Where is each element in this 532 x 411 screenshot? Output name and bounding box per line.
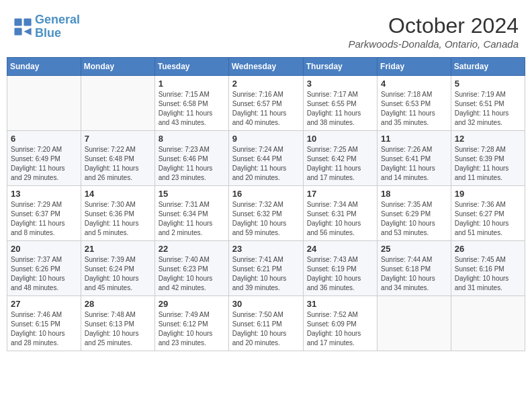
calendar-week-5: 27Sunrise: 7:46 AM Sunset: 6:15 PM Dayli… (7, 296, 525, 351)
svg-rect-0 (14, 18, 21, 26)
day-content: Sunrise: 7:52 AM Sunset: 6:09 PM Dayligh… (307, 310, 373, 348)
day-content: Sunrise: 7:37 AM Sunset: 6:26 PM Dayligh… (11, 255, 77, 293)
calendar-cell: 9Sunrise: 7:24 AM Sunset: 6:44 PM Daylig… (228, 131, 303, 186)
day-number: 25 (381, 244, 447, 254)
day-number: 20 (11, 244, 77, 254)
day-content: Sunrise: 7:49 AM Sunset: 6:12 PM Dayligh… (159, 310, 225, 348)
day-number: 1 (159, 79, 225, 89)
calendar-cell: 28Sunrise: 7:48 AM Sunset: 6:13 PM Dayli… (81, 296, 154, 351)
calendar-cell: 14Sunrise: 7:30 AM Sunset: 6:36 PM Dayli… (81, 186, 154, 241)
day-content: Sunrise: 7:48 AM Sunset: 6:13 PM Dayligh… (85, 310, 151, 348)
day-content: Sunrise: 7:17 AM Sunset: 6:55 PM Dayligh… (307, 90, 373, 128)
col-monday: Monday (81, 58, 154, 76)
month-title: October 2024 (349, 13, 519, 38)
day-number: 15 (159, 189, 225, 199)
calendar-cell: 6Sunrise: 7:20 AM Sunset: 6:49 PM Daylig… (7, 131, 81, 186)
calendar-cell: 4Sunrise: 7:18 AM Sunset: 6:53 PM Daylig… (378, 76, 451, 131)
day-number: 14 (85, 189, 151, 199)
day-number: 7 (85, 134, 151, 144)
page-header: General Blue October 2024 Parkwoods-Dona… (7, 7, 525, 53)
col-thursday: Thursday (303, 58, 377, 76)
day-content: Sunrise: 7:24 AM Sunset: 6:44 PM Dayligh… (232, 145, 300, 183)
day-content: Sunrise: 7:26 AM Sunset: 6:41 PM Dayligh… (381, 145, 447, 183)
calendar-cell: 29Sunrise: 7:49 AM Sunset: 6:12 PM Dayli… (154, 296, 228, 351)
day-number: 2 (232, 79, 300, 89)
calendar-cell: 24Sunrise: 7:43 AM Sunset: 6:19 PM Dayli… (303, 241, 377, 296)
calendar-cell: 26Sunrise: 7:45 AM Sunset: 6:16 PM Dayli… (451, 241, 525, 296)
calendar-week-3: 13Sunrise: 7:29 AM Sunset: 6:37 PM Dayli… (7, 186, 525, 241)
day-number: 3 (307, 79, 373, 89)
day-number: 5 (455, 79, 521, 89)
location-title: Parkwoods-Donalda, Ontario, Canada (349, 38, 519, 50)
day-number: 24 (307, 244, 373, 254)
calendar-cell: 5Sunrise: 7:19 AM Sunset: 6:51 PM Daylig… (451, 76, 525, 131)
calendar-week-2: 6Sunrise: 7:20 AM Sunset: 6:49 PM Daylig… (7, 131, 525, 186)
day-number: 22 (159, 244, 225, 254)
calendar-cell: 15Sunrise: 7:31 AM Sunset: 6:34 PM Dayli… (154, 186, 228, 241)
calendar-cell: 1Sunrise: 7:15 AM Sunset: 6:58 PM Daylig… (154, 76, 228, 131)
day-number: 13 (11, 189, 77, 199)
day-number: 23 (232, 244, 300, 254)
col-friday: Friday (378, 58, 451, 76)
day-content: Sunrise: 7:29 AM Sunset: 6:37 PM Dayligh… (11, 200, 77, 238)
svg-marker-3 (24, 28, 31, 35)
calendar-cell: 10Sunrise: 7:25 AM Sunset: 6:42 PM Dayli… (303, 131, 377, 186)
calendar-cell (378, 296, 451, 351)
day-content: Sunrise: 7:19 AM Sunset: 6:51 PM Dayligh… (455, 90, 521, 128)
day-number: 18 (381, 189, 447, 199)
day-number: 17 (307, 189, 373, 199)
calendar-cell: 3Sunrise: 7:17 AM Sunset: 6:55 PM Daylig… (303, 76, 377, 131)
calendar-cell: 18Sunrise: 7:35 AM Sunset: 6:29 PM Dayli… (378, 186, 451, 241)
day-number: 21 (85, 244, 151, 254)
day-content: Sunrise: 7:28 AM Sunset: 6:39 PM Dayligh… (455, 145, 521, 183)
col-sunday: Sunday (7, 58, 81, 76)
calendar-cell: 2Sunrise: 7:16 AM Sunset: 6:57 PM Daylig… (228, 76, 303, 131)
day-content: Sunrise: 7:30 AM Sunset: 6:36 PM Dayligh… (85, 200, 151, 238)
title-block: October 2024 Parkwoods-Donalda, Ontario,… (349, 13, 519, 50)
calendar-cell: 11Sunrise: 7:26 AM Sunset: 6:41 PM Dayli… (378, 131, 451, 186)
calendar-cell (81, 76, 154, 131)
day-content: Sunrise: 7:41 AM Sunset: 6:21 PM Dayligh… (232, 255, 300, 293)
header-row: Sunday Monday Tuesday Wednesday Thursday… (7, 58, 525, 76)
calendar-cell: 12Sunrise: 7:28 AM Sunset: 6:39 PM Dayli… (451, 131, 525, 186)
day-content: Sunrise: 7:46 AM Sunset: 6:15 PM Dayligh… (11, 310, 77, 348)
day-number: 26 (455, 244, 521, 254)
day-number: 10 (307, 134, 373, 144)
calendar-cell (451, 296, 525, 351)
svg-rect-2 (14, 28, 21, 35)
day-content: Sunrise: 7:15 AM Sunset: 6:58 PM Dayligh… (159, 90, 225, 128)
day-number: 31 (307, 299, 373, 309)
day-content: Sunrise: 7:20 AM Sunset: 6:49 PM Dayligh… (11, 145, 77, 183)
calendar-cell: 13Sunrise: 7:29 AM Sunset: 6:37 PM Dayli… (7, 186, 81, 241)
calendar-cell: 20Sunrise: 7:37 AM Sunset: 6:26 PM Dayli… (7, 241, 81, 296)
day-number: 11 (381, 134, 447, 144)
day-content: Sunrise: 7:32 AM Sunset: 6:32 PM Dayligh… (232, 200, 300, 238)
day-number: 29 (159, 299, 225, 309)
calendar-cell: 17Sunrise: 7:34 AM Sunset: 6:31 PM Dayli… (303, 186, 377, 241)
day-content: Sunrise: 7:39 AM Sunset: 6:24 PM Dayligh… (85, 255, 151, 293)
calendar-cell: 8Sunrise: 7:23 AM Sunset: 6:46 PM Daylig… (154, 131, 228, 186)
day-content: Sunrise: 7:31 AM Sunset: 6:34 PM Dayligh… (159, 200, 225, 238)
calendar-cell: 30Sunrise: 7:50 AM Sunset: 6:11 PM Dayli… (228, 296, 303, 351)
day-content: Sunrise: 7:36 AM Sunset: 6:27 PM Dayligh… (455, 200, 521, 238)
logo-icon (13, 17, 32, 36)
calendar-cell (7, 76, 81, 131)
calendar-cell: 7Sunrise: 7:22 AM Sunset: 6:48 PM Daylig… (81, 131, 154, 186)
day-number: 8 (159, 134, 225, 144)
col-wednesday: Wednesday (228, 58, 303, 76)
day-content: Sunrise: 7:22 AM Sunset: 6:48 PM Dayligh… (85, 145, 151, 183)
day-number: 9 (232, 134, 300, 144)
day-content: Sunrise: 7:23 AM Sunset: 6:46 PM Dayligh… (159, 145, 225, 183)
col-saturday: Saturday (451, 58, 525, 76)
svg-rect-1 (24, 18, 31, 26)
day-content: Sunrise: 7:25 AM Sunset: 6:42 PM Dayligh… (307, 145, 373, 183)
day-number: 19 (455, 189, 521, 199)
calendar-cell: 16Sunrise: 7:32 AM Sunset: 6:32 PM Dayli… (228, 186, 303, 241)
day-number: 16 (232, 189, 300, 199)
col-tuesday: Tuesday (154, 58, 228, 76)
calendar-cell: 25Sunrise: 7:44 AM Sunset: 6:18 PM Dayli… (378, 241, 451, 296)
calendar-cell: 31Sunrise: 7:52 AM Sunset: 6:09 PM Dayli… (303, 296, 377, 351)
day-number: 30 (232, 299, 300, 309)
day-number: 27 (11, 299, 77, 309)
calendar-cell: 22Sunrise: 7:40 AM Sunset: 6:23 PM Dayli… (154, 241, 228, 296)
